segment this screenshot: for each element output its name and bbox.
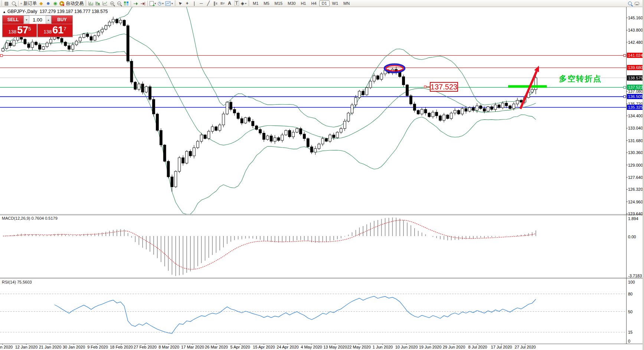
- date-label-6: 18 Feb 2020: [110, 345, 133, 349]
- candle-body: [211, 127, 214, 131]
- candle-body: [535, 78, 537, 90]
- candle-body: [457, 110, 460, 114]
- turning-point-text[interactable]: 多空转折点: [559, 73, 602, 84]
- candle-body: [366, 88, 368, 95]
- toolbar-grip[interactable]: [85, 1, 86, 6]
- buy-button[interactable]: BUY: [52, 16, 72, 24]
- community-icon[interactable]: ☻: [45, 0, 52, 7]
- price-label-135.325: 135.325: [627, 105, 644, 110]
- candlestick-chart-icon[interactable]: [94, 0, 101, 7]
- timeframe-h4-button[interactable]: H4: [308, 0, 319, 6]
- horizontal-line-icon[interactable]: ─: [198, 0, 205, 7]
- symbol-info-line: ▲GBPJPY-,Daily 137.279 139.187 136.777 1…: [3, 9, 108, 14]
- highlight-ellipse-inner[interactable]: [386, 66, 403, 71]
- price-tick-134.400: 134.400: [628, 114, 643, 118]
- hline-handle[interactable]: [0, 55, 3, 57]
- hline-handle[interactable]: [624, 55, 626, 57]
- chart-shift-icon[interactable]: [139, 0, 146, 7]
- crosshair-icon[interactable]: +: [184, 0, 191, 7]
- candle-body: [237, 113, 239, 119]
- fibonacci-icon[interactable]: ≡F: [219, 0, 226, 7]
- autotrading-icon[interactable]: ▶自动交易: [59, 0, 84, 7]
- rsi-axis-80: 80: [628, 292, 632, 296]
- collapse-panel-icon[interactable]: ▲: [3, 10, 6, 14]
- price-tick-127.640: 127.640: [628, 175, 643, 180]
- candle-body: [435, 112, 438, 116]
- period-icon[interactable]: ◷▾: [157, 0, 164, 7]
- price-callout-137523[interactable]: 137.523: [430, 82, 458, 92]
- timeframe-m30-button[interactable]: M30: [285, 0, 298, 6]
- sell-price[interactable]: 138 57 5: [3, 24, 37, 37]
- timeframe-d1-button[interactable]: D1: [319, 0, 330, 6]
- candle-body: [292, 132, 295, 137]
- arrows-icon[interactable]: ◈▾: [240, 0, 247, 7]
- timeframe-mn-button[interactable]: MN: [341, 0, 352, 6]
- market-watch-icon[interactable]: ▤: [3, 0, 10, 7]
- toolbar-grip[interactable]: [174, 1, 176, 6]
- auto-scroll-icon[interactable]: [132, 0, 139, 7]
- macd-signal-line: [3, 220, 536, 269]
- timeframe-m15-button[interactable]: M15: [272, 0, 285, 6]
- candle-body: [277, 138, 280, 140]
- timeframe-w1-button[interactable]: W1: [330, 0, 341, 6]
- candle-body: [369, 81, 372, 88]
- vertical-line-icon[interactable]: |: [191, 0, 198, 7]
- price-label-139.680: 139.680: [627, 65, 644, 70]
- metatrader-market-icon[interactable]: ◆: [37, 0, 45, 7]
- volume-increase-button[interactable]: ▲: [46, 16, 51, 24]
- candle-body: [288, 130, 291, 137]
- price-tick-145.160: 145.160: [628, 16, 643, 20]
- volume-input[interactable]: 1.00: [29, 16, 46, 24]
- candle-body: [376, 76, 379, 79]
- text-label-icon[interactable]: T: [233, 0, 240, 7]
- candle-body: [112, 19, 115, 22]
- bar-chart-icon[interactable]: [87, 0, 94, 7]
- volume-decrease-button[interactable]: ▼: [24, 16, 29, 24]
- candle-body: [333, 135, 335, 138]
- toolbar-grip[interactable]: [248, 1, 249, 6]
- date-label-3: 21 Jan 2020: [39, 345, 62, 349]
- signals-icon[interactable]: ◉: [52, 0, 59, 7]
- candle-body: [123, 20, 125, 26]
- new-order-icon[interactable]: ▫新订单: [20, 0, 37, 7]
- cursor-icon[interactable]: ➤: [177, 0, 184, 7]
- zoom-in-icon[interactable]: +: [108, 0, 115, 7]
- timeframe-h1-button[interactable]: H1: [298, 0, 308, 6]
- candle-body: [325, 138, 328, 141]
- buy-price-big: 61: [52, 25, 63, 35]
- candle-body: [200, 135, 203, 141]
- candle-body: [487, 107, 489, 111]
- chat-icon[interactable]: [633, 0, 640, 7]
- candle-body: [222, 114, 225, 125]
- timeframe-m5-button[interactable]: M5: [261, 0, 272, 6]
- line-chart-icon[interactable]: [101, 0, 108, 7]
- sell-button[interactable]: SELL: [3, 16, 23, 24]
- template-icon[interactable]: ▾: [164, 0, 174, 7]
- hline-handle[interactable]: [624, 95, 626, 98]
- candle-body: [450, 113, 452, 119]
- hline-handle[interactable]: [624, 86, 626, 88]
- zoom-out-icon[interactable]: −: [115, 0, 122, 7]
- candle-body: [13, 40, 15, 46]
- candle-body: [156, 114, 158, 130]
- sell-price-big: 57: [17, 25, 28, 35]
- tile-windows-icon[interactable]: [122, 0, 130, 7]
- candle-body: [134, 82, 137, 89]
- candle-body: [274, 138, 276, 141]
- candle-body: [233, 109, 236, 113]
- equidistant-channel-icon[interactable]: ∥E: [212, 0, 219, 7]
- buy-price[interactable]: 138 61 7: [37, 24, 72, 37]
- macd-axis-min: -3.7183: [628, 274, 642, 278]
- timeframe-m1-button[interactable]: M1: [250, 0, 261, 6]
- search-icon[interactable]: [626, 0, 633, 7]
- data-window-icon[interactable]: [10, 0, 17, 7]
- trendline-icon[interactable]: ╱: [205, 0, 212, 7]
- new-chart-icon[interactable]: ▾: [149, 0, 157, 7]
- candle-body: [207, 131, 210, 139]
- candle-body: [501, 103, 504, 108]
- text-icon[interactable]: A: [226, 0, 233, 7]
- candle-body: [241, 118, 243, 123]
- date-label-14: 4 May 2020: [301, 345, 322, 349]
- support-green-bar[interactable]: [508, 85, 547, 88]
- toolbar-grip[interactable]: [1, 1, 2, 6]
